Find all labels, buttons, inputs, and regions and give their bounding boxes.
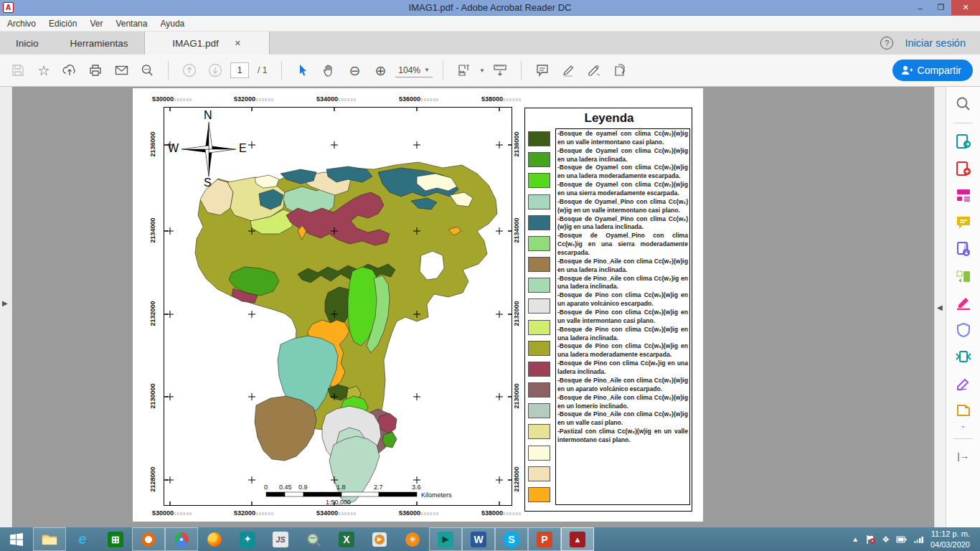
redact-marker-icon[interactable]	[955, 294, 972, 311]
nav-pane-toggle-icon[interactable]: ▶	[2, 299, 8, 307]
menu-ayuda[interactable]: Ayuda	[160, 19, 184, 29]
taskbar-chrome-icon[interactable]	[165, 527, 198, 551]
taskbar-media-player-icon[interactable]: ▶	[363, 527, 396, 551]
taskbar-file-explorer-icon[interactable]	[33, 527, 66, 551]
fill-sign-icon[interactable]	[955, 375, 972, 392]
measure-tool-icon[interactable]	[489, 60, 511, 81]
taskbar-gear-app-icon[interactable]: ✳	[396, 527, 429, 551]
scale-tick: 3.6	[412, 484, 421, 491]
taskbar-teal-app-icon[interactable]: ✦	[231, 527, 264, 551]
y-axis-label: 2132000	[513, 297, 520, 330]
create-pdf-icon[interactable]	[955, 160, 972, 177]
open-tools-pane-icon[interactable]: |→	[957, 451, 969, 461]
legend-item-text: -Bosque de Pino con clima Cc(w₂)(w)ig en…	[557, 342, 688, 359]
maximize-button[interactable]: ❐	[930, 0, 951, 15]
x-axis-label: 532000000000	[234, 509, 274, 517]
scale-tick: 0.45	[279, 484, 292, 491]
taskbar-map-search-app-icon[interactable]	[297, 527, 330, 551]
menu-edicion[interactable]: Edición	[49, 19, 77, 29]
zoom-out-icon[interactable]: ⊖	[344, 60, 365, 81]
tray-show-hidden-icon[interactable]: ▲	[852, 535, 859, 543]
taskbar-store-icon[interactable]: ⊞	[99, 527, 132, 551]
highlighter-tool-icon[interactable]	[557, 60, 579, 81]
tab-inicio[interactable]: Inicio	[0, 32, 55, 55]
close-button[interactable]: ✕	[951, 0, 980, 15]
combine-files-icon[interactable]	[955, 240, 972, 258]
page-number-input[interactable]: 1	[230, 62, 249, 78]
tray-app-icon[interactable]: ❖	[882, 534, 890, 545]
tab-document[interactable]: IMAG1.pdf ✕	[144, 32, 270, 55]
print-icon[interactable]	[85, 60, 106, 81]
more-tools-icon[interactable]	[955, 402, 972, 419]
cloud-upload-icon[interactable]	[59, 60, 80, 81]
tray-battery-icon[interactable]	[896, 535, 907, 544]
taskbar-excel-icon[interactable]: X	[330, 527, 363, 551]
menu-archivo[interactable]: Archivo	[7, 19, 36, 29]
taskbar-word-icon[interactable]: W	[462, 527, 495, 551]
tools-pane-collapse-icon[interactable]: ◀	[937, 303, 943, 311]
select-tool-icon[interactable]	[292, 60, 314, 81]
fit-width-caret-icon[interactable]: ▼	[479, 67, 485, 74]
save-icon[interactable]	[7, 60, 29, 81]
tab-close-icon[interactable]: ✕	[235, 39, 241, 48]
y-axis-label: 2128000	[513, 463, 520, 496]
tab-herramientas[interactable]: Herramientas	[55, 32, 144, 55]
previous-page-icon[interactable]	[179, 60, 200, 81]
minimize-button[interactable]: –	[910, 0, 930, 15]
menu-ver[interactable]: Ver	[90, 19, 103, 29]
zoom-level-dropdown[interactable]: 104% ▼	[395, 64, 433, 77]
taskbar-acrobat-icon[interactable]: ▲	[561, 527, 594, 551]
legend-item-text: -Bosque de Oyamel_Pino con clima Cc(w₂)(…	[557, 215, 688, 232]
start-button[interactable]	[0, 527, 33, 551]
legend-item-text: -Pastizal con clima Cc(w₂)(w)ig en un va…	[557, 428, 688, 445]
legend-item-text: -Bosque de Pino con clima Cc(w₂)ig en un…	[557, 359, 688, 377]
organize-pages-icon[interactable]	[955, 268, 972, 285]
x-axis-label: 538000000000	[481, 509, 522, 517]
y-axis-label: 2132000	[149, 297, 156, 330]
taskbar-powerpoint-icon[interactable]: P	[528, 527, 561, 551]
legend-swatch	[528, 215, 550, 230]
fit-width-icon[interactable]	[453, 60, 475, 81]
taskbar-firefox-icon[interactable]	[198, 527, 231, 551]
document-area[interactable]: 530000000000 532000000000 534000000000 5…	[12, 87, 934, 527]
sign-in-link[interactable]: Iniciar sesión	[905, 37, 966, 49]
tray-network-icon[interactable]	[913, 535, 924, 544]
star-icon[interactable]: ☆	[33, 60, 55, 81]
title-bar: A IMAG1.pdf - Adobe Acrobat Reader DC – …	[0, 0, 980, 16]
next-page-icon[interactable]	[204, 60, 226, 81]
protect-shield-icon[interactable]	[955, 321, 972, 339]
scale-tick: 2.7	[374, 484, 383, 491]
taskbar-skype-icon[interactable]: S	[495, 527, 528, 551]
hand-tool-icon[interactable]	[318, 60, 339, 81]
comment-icon[interactable]	[955, 214, 972, 231]
search-tools-icon[interactable]	[955, 95, 972, 113]
clock-date: 04/03/2020	[930, 540, 970, 550]
compass-n: N	[204, 109, 212, 122]
menu-ventana[interactable]: Ventana	[116, 19, 147, 29]
legend-item-text: -Bosque de Oyamel con clima Cc(w₂)(w)ig …	[557, 181, 688, 198]
taskbar-js-pen-app-icon[interactable]: JS	[264, 527, 297, 551]
search-icon[interactable]	[136, 60, 158, 81]
legend-item-text: -Bosque de Oyamel_Pino con clima Cc(w₂)(…	[557, 198, 688, 215]
y-axis-label: 2134000	[513, 214, 520, 247]
taskbar-internet-explorer-icon[interactable]: e	[66, 527, 99, 551]
taskbar-privacy-browser-icon[interactable]	[132, 527, 165, 551]
comment-tool-icon[interactable]	[532, 60, 553, 81]
fill-sign-tool-icon[interactable]	[583, 60, 605, 81]
sidebar-scroll-chevron-icon[interactable]: ⌄	[961, 422, 966, 429]
send-sign-tool-icon[interactable]	[609, 60, 631, 81]
email-icon[interactable]	[110, 60, 132, 81]
help-icon[interactable]: ?	[880, 37, 893, 50]
edit-pdf-icon[interactable]	[955, 187, 972, 204]
export-pdf-icon[interactable]	[955, 133, 972, 150]
tray-flag-icon[interactable]	[865, 534, 875, 545]
taskbar-clock[interactable]: 11:12 p. m. 04/03/2020	[930, 529, 974, 550]
x-axis-label: 530000000000	[152, 509, 192, 517]
share-button[interactable]: Compartir	[892, 60, 973, 81]
zoom-in-icon[interactable]: ⊕	[369, 60, 391, 81]
compress-pdf-icon[interactable]	[955, 348, 972, 365]
compass-w: W	[168, 142, 179, 155]
y-axis-label: 2130000	[149, 380, 156, 413]
taskbar-video-editor-icon[interactable]: ▶	[429, 527, 462, 551]
scale-tick: 1.8	[336, 484, 346, 491]
